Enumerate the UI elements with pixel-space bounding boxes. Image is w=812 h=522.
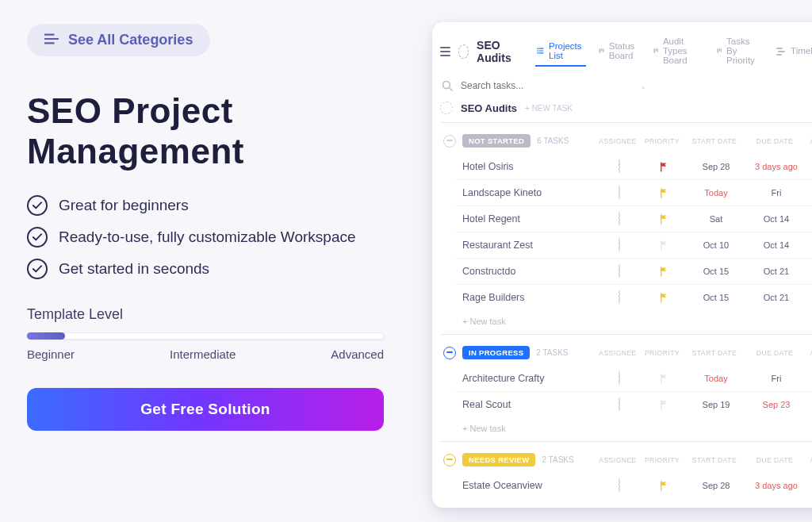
new-task-button[interactable]: + New task xyxy=(440,310,812,334)
tab-timeline[interactable]: Timeline xyxy=(775,41,812,62)
due-date-cell: 3 days ago xyxy=(746,481,806,490)
see-all-categories-label: See All Categories xyxy=(68,32,193,48)
task-group: NOT STARTED 6 TASKS ASSIGNEE PRIORITY ST… xyxy=(440,122,812,334)
task-row[interactable]: Hotel Regent Sat Oct 14 seo.com xyxy=(454,205,812,232)
new-task-button[interactable]: + New task xyxy=(440,417,812,441)
flag-icon xyxy=(659,481,669,491)
view-tabs: Projects List Status Board Audit Types B… xyxy=(535,32,812,71)
task-name: Restaurant Zest xyxy=(462,240,589,251)
audit-results-cell[interactable]: seo.com xyxy=(806,162,812,171)
get-free-solution-button[interactable]: Get Free Solution xyxy=(27,388,384,431)
priority-cell xyxy=(642,267,686,277)
chevron-down-icon[interactable]: ⌄ xyxy=(640,82,646,90)
assignee-avatar[interactable] xyxy=(619,478,620,493)
check-icon xyxy=(27,227,48,248)
due-date-cell: Fri xyxy=(746,188,806,198)
svg-rect-7 xyxy=(718,48,720,51)
svg-rect-6 xyxy=(717,48,718,52)
audit-results-cell[interactable]: seo.com xyxy=(806,188,812,198)
check-icon xyxy=(27,259,48,279)
group-header[interactable]: NOT STARTED 6 TASKS ASSIGNEE PRIORITY ST… xyxy=(440,128,812,154)
workspace-icon xyxy=(440,102,453,114)
svg-rect-0 xyxy=(599,48,600,53)
collapse-icon[interactable] xyxy=(443,347,456,359)
benefit-text: Great for beginners xyxy=(59,197,189,214)
gear-icon[interactable] xyxy=(458,44,469,59)
hamburger-icon[interactable] xyxy=(440,47,450,56)
task-row[interactable]: Hotel Osiris Sep 28 3 days ago seo.com xyxy=(454,154,812,179)
task-row[interactable]: Restaurant Zest Oct 10 Oct 14 seo.com xyxy=(454,232,812,258)
group-header[interactable]: IN PROGRESS 2 TASKS ASSIGNEE PRIORITY ST… xyxy=(440,340,812,366)
priority-cell xyxy=(642,400,686,410)
assignee-avatar[interactable] xyxy=(619,237,620,252)
tab-status-board[interactable]: Status Board xyxy=(597,36,641,67)
task-row[interactable]: Constructdo Oct 15 Oct 21 seo.com xyxy=(454,258,812,284)
search-row: ⌄ xyxy=(440,76,812,98)
due-date-cell: Fri xyxy=(746,374,806,383)
start-date-cell: Oct 15 xyxy=(686,267,746,276)
start-date-cell: Sat xyxy=(686,214,746,224)
assignee-avatar[interactable] xyxy=(619,290,620,305)
start-date-cell: Sep 28 xyxy=(686,481,746,490)
column-headers: ASSIGNEE PRIORITY START DATE DUE DATE AU… xyxy=(596,349,812,357)
start-date-cell: Today xyxy=(686,188,746,198)
flag-icon xyxy=(659,293,669,303)
collapse-icon[interactable] xyxy=(443,135,456,148)
assignee-avatar[interactable] xyxy=(619,185,620,200)
list-icon xyxy=(537,46,544,56)
flag-icon xyxy=(659,188,669,198)
task-row[interactable]: Rage Builders Oct 15 Oct 21 seo.com xyxy=(454,284,812,310)
collapse-icon[interactable] xyxy=(443,454,456,466)
menu-icon xyxy=(44,32,59,48)
flag-icon xyxy=(659,214,669,225)
group-status-chip: IN PROGRESS xyxy=(462,346,530,359)
group-header[interactable]: NEEDS REVIEW 2 TASKS ASSIGNEE PRIORITY S… xyxy=(440,447,812,473)
audit-results-cell[interactable]: seo.com xyxy=(806,374,812,383)
task-row[interactable]: Estate Oceanview Sep 28 3 days ago seo.c… xyxy=(454,473,812,498)
priority-cell xyxy=(642,188,686,198)
timeline-icon xyxy=(776,46,786,56)
flag-icon xyxy=(659,267,669,277)
group-status-chip: NOT STARTED xyxy=(462,134,530,148)
task-name: Estate Oceanview xyxy=(462,480,589,491)
board-icon xyxy=(653,46,658,56)
assignee-avatar[interactable] xyxy=(619,211,620,226)
tab-priority[interactable]: Tasks By Priority xyxy=(715,32,764,71)
task-name: Rage Builders xyxy=(462,292,589,303)
task-name: Architecture Crafty xyxy=(462,373,589,384)
audit-results-cell[interactable]: seo.com xyxy=(806,400,812,409)
group-task-count: 2 TASKS xyxy=(536,348,568,357)
task-row[interactable]: Architecture Crafty Today Fri seo.com xyxy=(454,366,812,391)
assignee-avatar[interactable] xyxy=(619,370,620,386)
audit-results-cell[interactable]: seo.com xyxy=(806,214,812,224)
column-headers: ASSIGNEE PRIORITY START DATE DUE DATE AU… xyxy=(596,456,812,464)
audit-results-cell[interactable]: seo.com xyxy=(806,267,812,276)
assignee-avatar[interactable] xyxy=(619,159,620,174)
assignee-avatar[interactable] xyxy=(619,397,620,412)
app-preview-panel: SEO Audits Projects List Status Board Au… xyxy=(432,22,812,508)
task-row[interactable]: Landscape Kineto Today Fri seo.com xyxy=(454,179,812,205)
benefit-text: Get started in seconds xyxy=(59,260,209,278)
benefits-list: Great for beginners Ready-to-use, fully … xyxy=(27,195,408,279)
task-name: Landscape Kineto xyxy=(462,187,589,198)
audit-results-cell[interactable]: seo.com xyxy=(806,293,812,302)
tab-audit-types[interactable]: Audit Types Board xyxy=(652,32,704,71)
priority-cell xyxy=(642,481,686,491)
benefit-item: Get started in seconds xyxy=(27,259,408,279)
check-icon xyxy=(27,195,48,216)
group-status-chip: NEEDS REVIEW xyxy=(462,453,535,466)
audit-results-cell[interactable]: seo.com xyxy=(806,481,812,490)
assignee-avatar[interactable] xyxy=(619,263,620,278)
task-row[interactable]: Real Scout Sep 19 Sep 23 seo.com xyxy=(454,391,812,417)
see-all-categories-button[interactable]: See All Categories xyxy=(27,24,210,56)
audit-results-cell[interactable]: seo.com xyxy=(806,240,812,250)
search-input[interactable] xyxy=(459,79,629,92)
task-group: IN PROGRESS 2 TASKS ASSIGNEE PRIORITY ST… xyxy=(440,334,812,441)
tab-projects-list[interactable]: Projects List xyxy=(535,36,586,67)
flag-icon xyxy=(659,374,669,384)
workspace-new-task[interactable]: + NEW TASK xyxy=(525,104,573,113)
priority-cell xyxy=(642,374,686,384)
svg-rect-4 xyxy=(655,48,657,51)
level-tick-beginner: Beginner xyxy=(27,347,75,361)
task-name: Hotel Osiris xyxy=(462,161,589,172)
